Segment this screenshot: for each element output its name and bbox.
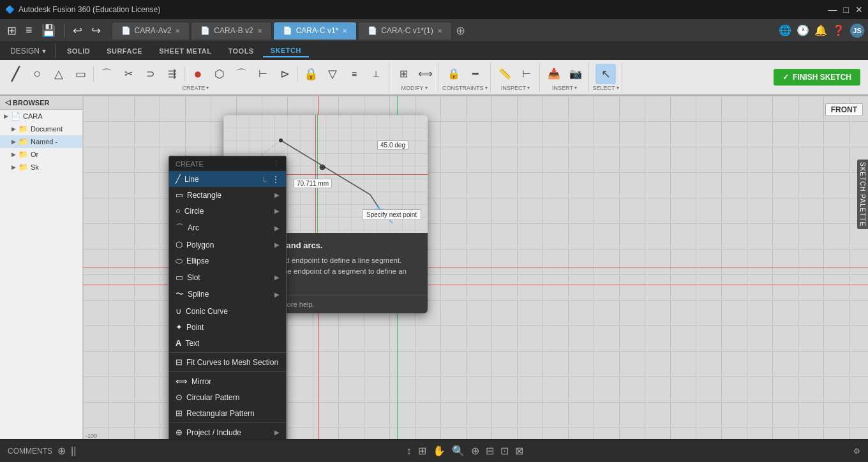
- browser-item-named[interactable]: ▶ 📁 Named -: [0, 135, 82, 148]
- pattern-tool[interactable]: ⊞: [393, 64, 414, 84]
- mirror-tool[interactable]: ⊳: [274, 64, 295, 84]
- extend-tool[interactable]: ⊢: [253, 64, 273, 84]
- dropdown-item-circle[interactable]: ○ Circle ▶: [169, 203, 286, 219]
- tab-cara-cv1-1[interactable]: 📄 CARA-C v1*(1) ✕: [358, 22, 451, 40]
- circle-tool[interactable]: ○: [27, 64, 47, 84]
- sketch-palette-tab[interactable]: SKETCH PALETTE: [857, 160, 868, 229]
- dropdown-item-rectangle[interactable]: ▭ Rectangle ▶: [169, 187, 286, 203]
- insert-obj-tool[interactable]: 📷: [565, 64, 586, 84]
- close-btn[interactable]: ✕: [855, 4, 863, 15]
- measure-tool[interactable]: 📏: [495, 64, 515, 84]
- parallel-tool[interactable]: ≡: [344, 64, 364, 84]
- item-left: A Text: [176, 338, 199, 348]
- grid-icon[interactable]: ⊞: [4, 22, 20, 39]
- user-avatar[interactable]: JS: [850, 24, 864, 38]
- title-controls[interactable]: — □ ✕: [828, 4, 863, 15]
- dropdown-item-ellipse[interactable]: ⬭ Ellipse: [169, 253, 286, 269]
- offset-tool[interactable]: ⇶: [161, 64, 182, 84]
- arc-tool[interactable]: ⌒: [96, 64, 117, 84]
- tab-cara-bv2[interactable]: 📄 CARA-B v2 ✕: [191, 22, 271, 40]
- tab-solid[interactable]: SOLID: [59, 45, 98, 57]
- bell-icon[interactable]: 🔔: [814, 24, 827, 36]
- horiz-tool[interactable]: ━: [465, 64, 486, 84]
- triangle2-tool[interactable]: ▽: [322, 64, 343, 84]
- slot-tool[interactable]: ⊃: [140, 64, 160, 84]
- dropdown-item-conic[interactable]: ∪ Conic Curve: [169, 303, 286, 319]
- ellipse-tool[interactable]: ⬡: [209, 64, 230, 84]
- browser-item-document[interactable]: ▶ 📁 Document: [0, 123, 82, 135]
- tab-surface[interactable]: SURFACE: [99, 45, 150, 57]
- tab-close-icon[interactable]: ✕: [175, 27, 180, 34]
- zoom-out-icon[interactable]: ⊟: [486, 445, 494, 457]
- fix-tool[interactable]: 🔒: [444, 64, 464, 84]
- chevron-icon: ▶: [11, 151, 16, 158]
- settings-gear-icon[interactable]: ⚙: [853, 447, 860, 456]
- redo-button[interactable]: ↪: [88, 22, 104, 39]
- maximize-btn[interactable]: □: [844, 4, 849, 15]
- insert-image-tool[interactable]: 📥: [544, 64, 564, 84]
- finish-sketch-button[interactable]: ✓ FINISH SKETCH: [774, 69, 860, 86]
- chevron-icon: ▶: [11, 138, 16, 145]
- item-left: 〜 Spline: [176, 288, 209, 300]
- tab-close-icon[interactable]: ✕: [257, 27, 262, 34]
- world-icon[interactable]: 🌐: [779, 24, 791, 36]
- browser-item-or[interactable]: ▶ 📁 Or: [0, 148, 82, 161]
- orbit-icon[interactable]: ↕: [407, 445, 412, 457]
- add-comment-icon[interactable]: ⊕: [57, 445, 66, 457]
- tab-sketch[interactable]: SKETCH: [263, 45, 309, 57]
- design-mode-button[interactable]: DESIGN ▾: [5, 45, 51, 57]
- help-icon[interactable]: ❓: [832, 24, 845, 36]
- display-mode-icon[interactable]: ⊡: [500, 445, 509, 457]
- browser-item-cara[interactable]: ▶ 📄 CARA: [0, 110, 82, 123]
- clock-icon[interactable]: 🕐: [797, 24, 809, 36]
- line-tool[interactable]: ╱: [5, 64, 26, 84]
- browser-item-sk[interactable]: ▶ 📁 Sk: [0, 161, 82, 174]
- perp-tool[interactable]: ⊥: [366, 64, 386, 84]
- menu-button[interactable]: ≡: [22, 22, 36, 38]
- canvas-area[interactable]: -100 -50 FRONT SKETCH PALETTE CREATE ⋮: [83, 96, 868, 439]
- trim-tool[interactable]: ✂: [118, 64, 138, 84]
- dropdown-item-mirror[interactable]: ⟺ Mirror: [169, 373, 286, 389]
- next-point-label: Specify next point: [362, 209, 421, 220]
- zoom-in-icon[interactable]: ⊕: [471, 445, 479, 457]
- dropdown-item-fit-curves[interactable]: ⊟ Fit Curves to Mesh Section: [169, 354, 286, 370]
- dropdown-item-arc[interactable]: ⌒ Arc ▶: [169, 219, 286, 237]
- zoom-fit-icon[interactable]: 🔍: [452, 445, 465, 457]
- tab-tools[interactable]: TOOLS: [221, 45, 262, 57]
- grid-icon[interactable]: ⊞: [418, 445, 426, 457]
- triangle-tool[interactable]: △: [49, 64, 69, 84]
- tab-cara-av2[interactable]: 📄 CARA-Av2 ✕: [112, 22, 190, 40]
- tab-close-icon[interactable]: ✕: [437, 27, 442, 34]
- minimize-btn[interactable]: —: [828, 4, 837, 15]
- dropdown-item-project-include[interactable]: ⊕ Project / Include ▶: [169, 424, 286, 439]
- select-tool[interactable]: ↖: [595, 64, 616, 84]
- dropdown-item-spline[interactable]: 〜 Spline ▶: [169, 285, 286, 303]
- collapse-icon[interactable]: ◁: [5, 98, 10, 107]
- dropdown-item-rect-pattern[interactable]: ⊞ Rectangular Pattern: [169, 405, 286, 421]
- dropdown-item-slot[interactable]: ▭ Slot ▶: [169, 269, 286, 285]
- flip-tool[interactable]: ⟺: [415, 64, 435, 84]
- dropdown-item-polygon[interactable]: ⬡ Polygon ▶: [169, 237, 286, 253]
- fillet-tool[interactable]: ⌒: [231, 64, 251, 84]
- dropdown-item-label: Spline: [188, 290, 209, 299]
- full-circle-tool[interactable]: ●: [188, 64, 208, 84]
- tab-cara-cv1[interactable]: 📄 CARA-C v1* ✕: [273, 22, 357, 40]
- tab-sheet-metal[interactable]: SHEET METAL: [151, 45, 219, 57]
- dropdown-item-line[interactable]: ╱ Line L ⋮: [169, 171, 286, 187]
- dropdown-item-text[interactable]: A Text: [169, 335, 286, 351]
- lock-tool[interactable]: 🔒: [301, 64, 321, 84]
- dropdown-item-point[interactable]: ✦ Point: [169, 319, 286, 335]
- view-cube-icon[interactable]: ⊠: [515, 445, 523, 457]
- pan-icon[interactable]: ✋: [433, 445, 445, 457]
- rect-tool[interactable]: ▭: [70, 64, 91, 84]
- expand-comments-icon[interactable]: ||: [71, 445, 76, 457]
- line-options-icon[interactable]: ⋮: [272, 175, 280, 184]
- undo-button[interactable]: ↩: [70, 22, 86, 39]
- options-icon[interactable]: ⋮: [273, 160, 280, 168]
- dropdown-item-circular-pattern[interactable]: ⊙ Circular Pattern: [169, 389, 286, 405]
- ruler-tool[interactable]: ⊢: [516, 64, 537, 84]
- tab-close-icon[interactable]: ✕: [342, 27, 347, 34]
- save-button[interactable]: 💾: [38, 22, 59, 39]
- new-tab-button[interactable]: ⊕: [456, 24, 465, 38]
- create-icons: ╱ ○ △ ▭ ⌒ ✂ ⊃ ⇶ ● ⬡ ⌒ ⊢ ⊳ 🔒 ▽ ≡ ⊥: [5, 64, 386, 84]
